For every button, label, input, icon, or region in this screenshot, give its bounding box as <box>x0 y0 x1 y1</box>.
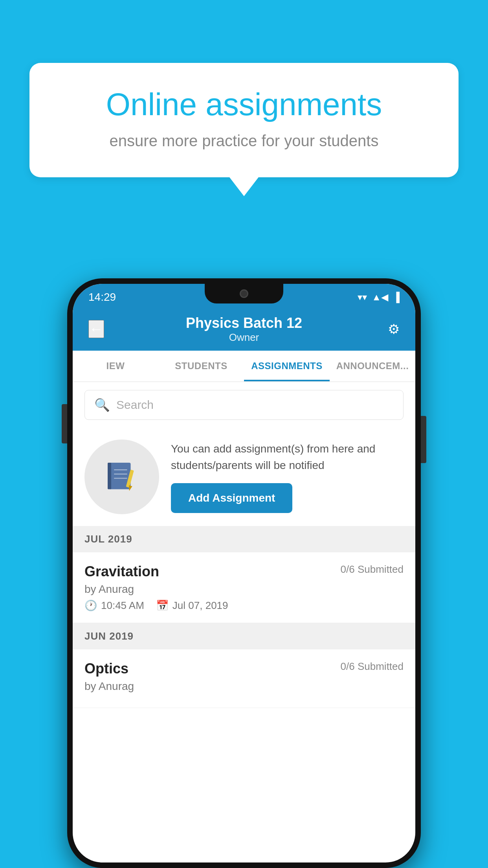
assignment-submitted-gravitation: 0/6 Submitted <box>341 563 404 576</box>
status-time: 14:29 <box>88 291 116 303</box>
phone-outer: 14:29 ▾▾ ▲◀ ▐ ← Physics Batch 12 Owner ⚙ <box>67 278 421 868</box>
signal-icon: ▲◀ <box>372 292 388 303</box>
tab-item-iew[interactable]: IEW <box>73 351 158 381</box>
speech-bubble-container: Online assignments ensure more practice … <box>29 63 459 177</box>
phone-device: 14:29 ▾▾ ▲◀ ▐ ← Physics Batch 12 Owner ⚙ <box>67 278 421 868</box>
assignment-item-gravitation[interactable]: Gravitation 0/6 Submitted by Anurag 🕐 10… <box>73 552 415 623</box>
calendar-icon: 📅 <box>156 600 169 612</box>
svg-rect-1 <box>108 463 111 489</box>
header-title-group: Physics Batch 12 Owner <box>186 315 302 344</box>
back-button[interactable]: ← <box>88 320 104 338</box>
tab-item-students[interactable]: STUDENTS <box>158 351 244 381</box>
status-icons: ▾▾ ▲◀ ▐ <box>358 292 400 303</box>
section-header-jun: JUN 2019 <box>73 623 415 649</box>
search-container: 🔍 Search <box>73 382 415 428</box>
promo-icon-circle <box>84 440 159 514</box>
promo-text-area: You can add assignment(s) from here and … <box>171 441 404 513</box>
notebook-icon <box>104 459 139 495</box>
header-subtitle: Owner <box>186 331 302 344</box>
tab-item-announcements[interactable]: ANNOUNCEM... <box>330 351 415 381</box>
settings-icon[interactable]: ⚙ <box>388 321 400 337</box>
meta-date: 📅 Jul 07, 2019 <box>156 600 228 612</box>
search-bar[interactable]: 🔍 Search <box>84 390 404 420</box>
app-header: ← Physics Batch 12 Owner ⚙ <box>73 307 415 351</box>
header-title: Physics Batch 12 <box>186 315 302 331</box>
assignment-author-optics: by Anurag <box>84 680 404 693</box>
front-camera <box>240 289 248 298</box>
assignment-top-optics: Optics 0/6 Submitted <box>84 660 404 677</box>
bubble-title: Online assignments <box>61 86 427 123</box>
assignment-top: Gravitation 0/6 Submitted <box>84 563 404 580</box>
assignment-item-optics[interactable]: Optics 0/6 Submitted by Anurag <box>73 649 415 708</box>
wifi-icon: ▾▾ <box>358 292 367 303</box>
section-header-jul: JUL 2019 <box>73 526 415 552</box>
assignment-meta-gravitation: 🕐 10:45 AM 📅 Jul 07, 2019 <box>84 600 404 612</box>
tab-item-assignments[interactable]: ASSIGNMENTS <box>244 351 330 381</box>
promo-description: You can add assignment(s) from here and … <box>171 441 404 474</box>
search-icon: 🔍 <box>94 397 110 412</box>
phone-notch <box>205 284 283 303</box>
phone-inner: 14:29 ▾▾ ▲◀ ▐ ← Physics Batch 12 Owner ⚙ <box>73 284 415 862</box>
assignment-time: 10:45 AM <box>101 600 144 612</box>
search-placeholder: Search <box>116 398 154 412</box>
clock-icon: 🕐 <box>84 600 97 612</box>
speech-bubble: Online assignments ensure more practice … <box>29 63 459 177</box>
assignment-date: Jul 07, 2019 <box>172 600 228 612</box>
add-assignment-button[interactable]: Add Assignment <box>171 483 292 513</box>
assignment-author-gravitation: by Anurag <box>84 583 404 596</box>
battery-icon: ▐ <box>393 292 400 303</box>
meta-time: 🕐 10:45 AM <box>84 600 144 612</box>
assignment-name-gravitation: Gravitation <box>84 563 159 580</box>
assignment-name-optics: Optics <box>84 660 128 677</box>
bubble-subtitle: ensure more practice for your students <box>61 132 427 150</box>
promo-card: You can add assignment(s) from here and … <box>73 428 415 526</box>
tab-bar: IEW STUDENTS ASSIGNMENTS ANNOUNCEM... <box>73 351 415 382</box>
assignment-submitted-optics: 0/6 Submitted <box>341 660 404 673</box>
